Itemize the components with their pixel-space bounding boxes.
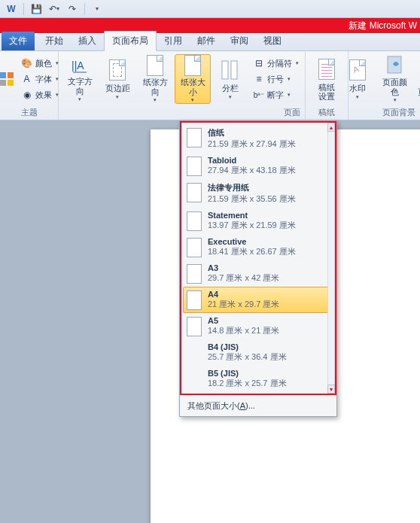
orientation-button[interactable]: 纸张方向▾ xyxy=(137,54,173,104)
qat-customize-icon[interactable]: ▾ xyxy=(89,2,105,17)
orientation-icon xyxy=(143,55,167,76)
paper-size-dimensions: 29.7 厘米 x 42 厘米 xyxy=(208,272,279,284)
paper-size-item[interactable]: Tabloid27.94 厘米 x 43.18 厘米 xyxy=(183,153,333,179)
paper-size-item[interactable]: A514.8 厘米 x 21 厘米 xyxy=(183,313,333,339)
theme-effects-button[interactable]: ◉ 效果▾ xyxy=(18,87,62,102)
hyphenation-button[interactable]: bᵃ⁻ 断字▾ xyxy=(250,87,302,102)
group-page-setup: ||A 文字方向▾ 页边距▾ 纸张方向▾ 纸张大小▾ 分栏▾ ⊟ xyxy=(59,51,306,120)
watermark-button[interactable]: A 水印▾ xyxy=(348,54,376,104)
paper-size-name: B5 (JIS) xyxy=(208,369,287,378)
tab-home[interactable]: 开始 xyxy=(38,32,71,50)
writing-paper-settings-button[interactable]: 稿纸 设置 xyxy=(309,54,345,104)
breaks-button[interactable]: ⊟ 分隔符▾ xyxy=(250,56,302,71)
columns-button[interactable]: 分栏▾ xyxy=(212,54,248,104)
page-icon xyxy=(187,264,202,284)
paper-size-item[interactable]: 法律专用纸21.59 厘米 x 35.56 厘米 xyxy=(183,179,333,208)
qat-separator xyxy=(23,3,24,15)
tab-view[interactable]: 视图 xyxy=(256,32,289,50)
paper-size-dimensions: 21.59 厘米 x 35.56 厘米 xyxy=(208,193,296,205)
tab-page-layout[interactable]: 页面布局 xyxy=(104,31,157,51)
watermark-icon: A xyxy=(348,58,370,82)
tab-references[interactable]: 引用 xyxy=(157,32,190,50)
tab-mailings[interactable]: 邮件 xyxy=(190,32,223,50)
group-label-page-background: 页面背景 xyxy=(352,105,417,120)
themes-button[interactable] xyxy=(0,54,17,104)
paper-size-name: A5 xyxy=(208,316,279,325)
effects-icon: ◉ xyxy=(21,89,33,101)
group-writing-paper: 稿纸 设置 稿纸 xyxy=(306,51,348,120)
paper-size-dimensions: 13.97 厘米 x 21.59 厘米 xyxy=(208,220,296,231)
margins-icon xyxy=(105,58,129,82)
paper-size-item[interactable]: B5 (JIS)18.2 厘米 x 25.7 厘米 xyxy=(183,366,333,392)
paper-size-name: Statement xyxy=(208,211,296,220)
undo-icon[interactable]: ↶▾ xyxy=(46,2,62,17)
ribbon: 🎨 颜色▾ A 字体▾ ◉ 效果▾ 主题 ||A 文字方向▾ xyxy=(0,51,420,120)
word-app-icon[interactable]: W xyxy=(3,2,20,17)
svg-text:||A: ||A xyxy=(72,59,84,71)
save-icon[interactable]: 💾 xyxy=(28,2,44,17)
scroll-up-icon[interactable]: ▲ xyxy=(327,123,335,132)
paper-size-name: Tabloid xyxy=(208,156,296,165)
paper-size-dimensions: 14.8 厘米 x 21 厘米 xyxy=(208,325,279,336)
paper-size-item[interactable]: A421 厘米 x 29.7 厘米 xyxy=(183,287,333,313)
group-label-page-setup: 页面 xyxy=(62,105,302,120)
paper-size-item[interactable]: 信纸21.59 厘米 x 27.94 厘米 xyxy=(183,124,333,153)
paper-size-dimensions: 21 厘米 x 29.7 厘米 xyxy=(208,299,279,310)
paper-size-item[interactable]: A329.7 厘米 x 42 厘米 xyxy=(183,260,333,287)
tab-insert[interactable]: 插入 xyxy=(71,32,104,50)
breaks-icon: ⊟ xyxy=(253,57,265,69)
paper-size-dimensions: 21.59 厘米 x 27.94 厘米 xyxy=(208,138,296,150)
svg-rect-1 xyxy=(8,72,14,78)
window-title: 新建 Microsoft W xyxy=(348,20,417,32)
scroll-track[interactable] xyxy=(327,132,335,385)
svg-rect-3 xyxy=(8,80,14,86)
page-icon xyxy=(187,183,202,202)
qat-separator xyxy=(84,3,85,15)
text-direction-button[interactable]: ||A 文字方向▾ xyxy=(62,54,98,104)
paper-size-dimensions: 18.41 厘米 x 26.67 厘米 xyxy=(208,246,296,257)
theme-fonts-button[interactable]: A 字体▾ xyxy=(18,71,62,87)
svg-rect-6 xyxy=(231,61,237,79)
page-icon xyxy=(187,157,202,176)
group-label-writing-paper: 稿纸 xyxy=(309,105,345,120)
theme-colors-button[interactable]: 🎨 颜色▾ xyxy=(18,56,62,71)
line-numbers-icon: ≡ xyxy=(253,73,265,85)
paper-size-name: 信纸 xyxy=(208,127,296,138)
paper-size-name: B4 (JIS) xyxy=(208,342,287,351)
text-direction-icon: ||A xyxy=(68,56,92,75)
paper-size-button[interactable]: 纸张大小▾ xyxy=(175,54,211,104)
fonts-icon: A xyxy=(21,73,33,85)
quick-access-toolbar: W 💾 ↶▾ ↷ ▾ xyxy=(0,0,420,18)
line-numbers-button[interactable]: ≡ 行号▾ xyxy=(250,71,302,87)
paper-size-item[interactable]: B4 (JIS)25.7 厘米 x 36.4 厘米 xyxy=(183,339,333,366)
svg-rect-2 xyxy=(0,80,6,86)
redo-icon[interactable]: ↷ xyxy=(64,2,81,17)
page-borders-button[interactable]: 页 xyxy=(415,54,421,104)
paper-size-dimensions: 27.94 厘米 x 43.18 厘米 xyxy=(208,165,296,176)
themes-icon xyxy=(0,71,14,87)
tab-review[interactable]: 审阅 xyxy=(223,32,256,50)
hyphenation-icon: bᵃ⁻ xyxy=(253,89,265,101)
paper-size-name: A3 xyxy=(208,263,279,272)
svg-rect-5 xyxy=(222,61,228,79)
margins-button[interactable]: 页边距▾ xyxy=(99,54,135,104)
scroll-down-icon[interactable]: ▼ xyxy=(327,385,335,394)
page-icon xyxy=(187,317,202,336)
colors-icon: 🎨 xyxy=(21,57,33,69)
page-color-icon xyxy=(383,55,407,76)
paper-size-name: Executive xyxy=(208,237,296,246)
more-paper-sizes-item[interactable]: 其他页面大小(A)... xyxy=(180,395,336,416)
paper-size-dimensions: 18.2 厘米 x 25.7 厘米 xyxy=(208,378,287,389)
paper-size-item[interactable]: Statement13.97 厘米 x 21.59 厘米 xyxy=(183,208,333,234)
paper-size-icon xyxy=(181,55,205,76)
page-color-button[interactable]: 页面颜色▾ xyxy=(377,54,413,104)
menu-scrollbar[interactable]: ▲ ▼ xyxy=(327,123,335,394)
paper-size-item[interactable]: Executive18.41 厘米 x 26.67 厘米 xyxy=(183,234,333,260)
svg-rect-0 xyxy=(0,72,6,78)
window-title-bar: 新建 Microsoft W xyxy=(0,18,420,33)
paper-size-dimensions: 25.7 厘米 x 36.4 厘米 xyxy=(208,351,287,363)
group-label-themes: 主题 xyxy=(3,105,55,120)
ribbon-tabstrip: 文件 开始 插入 页面布局 引用 邮件 审阅 视图 xyxy=(0,33,420,51)
page-icon xyxy=(187,290,202,310)
tab-file[interactable]: 文件 xyxy=(2,32,35,50)
